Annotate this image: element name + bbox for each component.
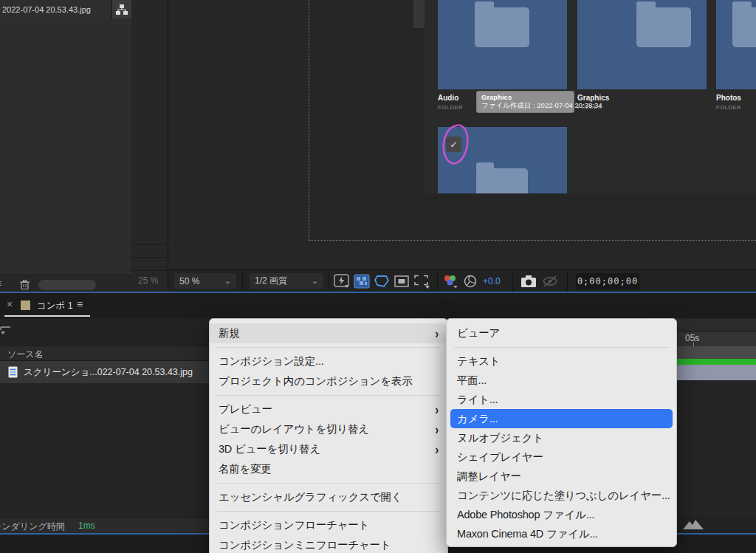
flowchart-tab[interactable]	[112, 0, 131, 18]
menu-item-composition-settings[interactable]: コンポジション設定...	[210, 351, 447, 371]
submenu-item-solid[interactable]: 平面...	[447, 371, 676, 390]
fast-preview-icon[interactable]	[334, 274, 350, 289]
context-menu: 新規 › コンポジション設定... プロジェクト内のコンポジションを表示 プレビ…	[209, 318, 448, 553]
mask-visibility-icon[interactable]	[374, 274, 390, 289]
folder-tile-photos	[716, 0, 756, 89]
submenu-item-light[interactable]: ライト...	[447, 390, 676, 409]
menu-item-open-essential-graphics[interactable]: エッセンシャルグラフィックスで開く	[210, 487, 447, 507]
project-panel: 2022-07-04 20.53.43.jpg ≡	[0, 0, 131, 293]
menu-item-label: Adobe Photoshop ファイル...	[457, 508, 594, 522]
menu-item-label: エッセンシャルグラフィックスで開く	[219, 490, 402, 504]
strip-divider	[131, 270, 168, 271]
resolution-value: 1/2 画質	[255, 275, 287, 287]
trash-icon[interactable]	[19, 279, 30, 290]
list-view-icon[interactable]: ≡	[0, 278, 1, 289]
submenu-item-camera[interactable]: カメラ...	[450, 409, 673, 428]
submenu-item-adjustment-layer[interactable]: 調整レイヤー	[447, 467, 676, 486]
panel-menu-icon[interactable]: ≡	[77, 298, 83, 310]
submenu-item-text[interactable]: テキスト	[447, 351, 676, 371]
tooltip-title: Graphics	[481, 93, 574, 101]
menu-item-preview[interactable]: プレビュー ›	[210, 399, 447, 419]
submenu-item-photoshop-file[interactable]: Adobe Photoshop ファイル...	[447, 505, 676, 524]
menu-item-rename[interactable]: 名前を変更	[210, 459, 447, 479]
image-edge-strip	[413, 0, 425, 28]
chevron-right-icon: ›	[435, 402, 439, 417]
menu-item-label: 3D ビューを切り替え	[219, 442, 320, 456]
close-icon[interactable]: ×	[7, 298, 13, 310]
source-column-header[interactable]: ソース名	[0, 346, 214, 361]
status-bar-right	[677, 517, 756, 533]
project-tab-title: 2022-07-04 20.53.43.jpg	[0, 5, 91, 14]
submenu-item-content-aware-fill-layer[interactable]: コンテンツに応じた塗りつぶしのレイヤー...	[447, 486, 676, 505]
exposure-icon[interactable]	[464, 275, 477, 288]
viewed-image: Audio FOLDER Graphics FOLDER Photos FOLD…	[425, 0, 756, 193]
resolution-dropdown[interactable]: 1/2 画質 ⌄	[250, 273, 323, 289]
chevron-right-icon: ›	[435, 326, 439, 341]
search-pill[interactable]	[38, 280, 96, 290]
submenu-item-cinema4d-file[interactable]: Maxon Cinema 4D ファイル...	[447, 524, 676, 543]
ruler-time-label: 05s	[685, 333, 699, 343]
project-tab[interactable]: 2022-07-04 20.53.43.jpg	[0, 0, 112, 18]
menu-item-label: 新規	[219, 326, 240, 340]
menu-item-new[interactable]: 新規 ›	[210, 323, 447, 343]
viewer-toolbar: 50 % ⌄ 1/2 画質 ⌄	[168, 269, 756, 292]
composition-viewer: Audio FOLDER Graphics FOLDER Photos FOLD…	[168, 0, 756, 269]
menu-item-label: プロジェクト内のコンポジションを表示	[219, 374, 413, 388]
chevron-right-icon: ›	[435, 442, 439, 457]
menu-item-label: Maxon Cinema 4D ファイル...	[457, 527, 598, 541]
menu-item-label: シェイプレイヤー	[457, 450, 543, 464]
crop-region-icon[interactable]	[413, 274, 431, 289]
magnification-value: 50 %	[179, 276, 199, 286]
menu-item-composition-flowchart[interactable]: コンポジションフローチャート	[210, 515, 447, 535]
menu-item-label: 調整レイヤー	[457, 470, 521, 484]
tooltip-detail: ファイル作成日 : 2022-07-04 20:38:34	[481, 101, 574, 111]
chevron-down-icon: ⌄	[312, 277, 318, 285]
timecode-field[interactable]: 0;00;00;00	[576, 273, 639, 289]
exposure-value[interactable]: +0.0	[483, 276, 501, 286]
layer-row[interactable]: スクリーンショ...022-07-04 20.53.43.jpg	[0, 361, 214, 383]
menu-item-reveal-composition[interactable]: プロジェクト内のコンポジションを表示	[210, 371, 447, 391]
menu-item-switch-view-layout[interactable]: ビューのレイアウトを切り替え ›	[210, 419, 447, 439]
submenu-item-null-object[interactable]: ヌルオブジェクト	[447, 428, 676, 447]
comp-color-swatch	[21, 300, 30, 310]
menu-item-switch-3d-view[interactable]: 3D ビューを切り替え ›	[210, 439, 447, 459]
region-of-interest-icon[interactable]	[394, 274, 410, 289]
folder-kind: FOLDER	[716, 104, 741, 111]
menu-item-label: コンポジションミニフローチャート	[219, 538, 391, 552]
menu-item-composition-mini-flowchart[interactable]: コンポジションミニフローチャート	[210, 535, 447, 553]
app-window: 2022-07-04 20.53.43.jpg ≡	[0, 0, 756, 553]
submenu-item-viewer[interactable]: ビューア	[447, 323, 676, 343]
strip-divider	[131, 244, 168, 245]
hidden-panel-zoom-label: 25 %	[138, 275, 158, 286]
menu-separator	[217, 483, 440, 484]
folder-name: Photos	[716, 94, 741, 102]
menu-item-label: 平面...	[457, 374, 487, 388]
menu-item-label: コンテンツに応じた塗りつぶしのレイヤー...	[457, 489, 670, 503]
channels-icon[interactable]	[443, 274, 459, 289]
graph-editor-icon[interactable]	[683, 520, 704, 529]
file-tooltip: Graphics ファイル作成日 : 2022-07-04 20:38:34	[476, 91, 574, 113]
flowchart-icon	[116, 4, 128, 15]
timecode-value: 0;00;00;00	[577, 276, 638, 286]
magnification-dropdown[interactable]: 50 % ⌄	[174, 273, 236, 289]
show-snapshot-icon[interactable]	[542, 275, 558, 288]
timeline-tab-bar: × コンポ 1 ≡	[0, 293, 756, 318]
timeline-tab-label[interactable]: コンポ 1	[37, 300, 73, 312]
render-time-value: 1ms	[78, 521, 95, 531]
menu-item-label: 名前を変更	[219, 462, 272, 476]
pink-annotation-ellipse	[437, 122, 475, 171]
menu-item-label: ライト...	[457, 393, 498, 407]
snapshot-camera-icon[interactable]	[520, 275, 537, 288]
transparency-grid-icon[interactable]	[354, 274, 370, 289]
submenu-item-shape-layer[interactable]: シェイプレイヤー	[447, 447, 676, 467]
chevron-down-icon: ⌄	[224, 277, 231, 285]
menu-item-label: ヌルオブジェクト	[457, 431, 543, 445]
menu-separator	[454, 347, 669, 348]
menu-item-label: コンポジションフローチャート	[219, 518, 369, 532]
layer-bounds-bottom	[309, 240, 756, 241]
menu-item-label: コンポジション設定...	[219, 354, 324, 368]
folder-tile-audio	[438, 0, 567, 89]
menu-item-label: テキスト	[457, 354, 501, 368]
menu-item-label: ビューのレイアウトを切り替え	[219, 422, 369, 436]
timeline-collapse-icon[interactable]	[0, 326, 12, 336]
